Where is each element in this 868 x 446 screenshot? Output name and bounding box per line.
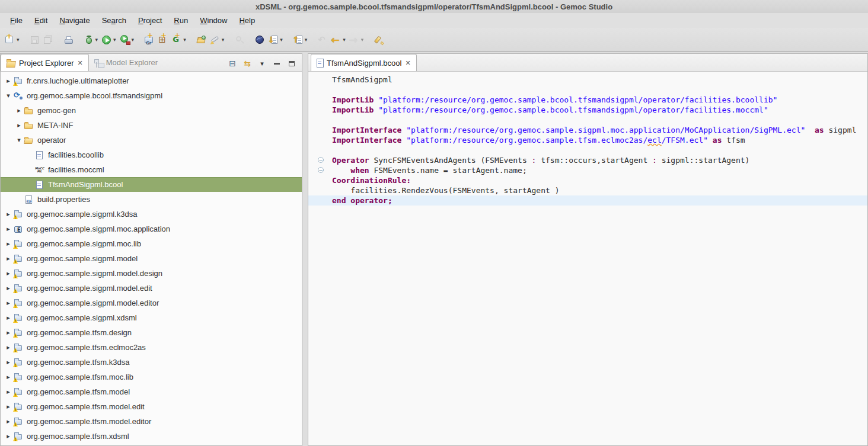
tree-item[interactable]: build.properties (1, 192, 302, 207)
tree-item[interactable]: ▸org.gemoc.sample.tfsm.design (1, 325, 302, 340)
tab-project-explorer[interactable]: Project Explorer✕ (1, 54, 89, 71)
toolbar-forward-button[interactable]: ▾ (348, 33, 366, 47)
dropdown-caret-icon[interactable]: ▾ (183, 37, 186, 43)
fold-collapse-icon[interactable]: − (318, 167, 324, 173)
toolbar-open-web-browser-button[interactable] (253, 33, 266, 47)
dropdown-caret-icon[interactable]: ▾ (17, 37, 20, 43)
collapse-arrow-icon[interactable]: ▾ (15, 136, 23, 144)
toolbar-mark-occurrences-button[interactable]: ▾ (209, 33, 226, 47)
toolbar-save-all-button[interactable] (42, 33, 55, 47)
toolbar-previous-annotation-button[interactable]: ▾ (292, 33, 309, 47)
menu-project[interactable]: Project (133, 14, 167, 27)
tree-item[interactable]: ▸org.gemoc.sample.tfsm.eclmoc2as (1, 340, 302, 355)
dropdown-caret-icon[interactable]: ▾ (361, 37, 364, 43)
collapse-arrow-icon[interactable]: ▾ (4, 92, 12, 100)
tree-item[interactable]: ▸fr.cnrs.luchogie.ultimateplotter (1, 73, 302, 88)
tree-item[interactable]: ▸org.gemoc.sample.sigpml.model.editor (1, 296, 302, 310)
close-icon[interactable]: ✕ (76, 59, 83, 67)
toolbar-save-button[interactable] (28, 33, 42, 47)
expand-arrow-icon[interactable]: ▸ (4, 314, 12, 322)
expand-arrow-icon[interactable]: ▸ (4, 225, 12, 233)
minimize-icon[interactable] (272, 59, 282, 68)
dropdown-caret-icon[interactable]: ▾ (95, 37, 98, 43)
expand-arrow-icon[interactable]: ▸ (4, 329, 12, 336)
link-with-editor-icon[interactable] (242, 59, 253, 68)
maximize-icon[interactable] (286, 59, 297, 68)
tree-item[interactable]: ▾operator (1, 133, 302, 147)
toolbar-back-button[interactable]: ▾ (330, 33, 347, 47)
tree-item[interactable]: ▸org.gemoc.sample.tfsm.model.edit (1, 399, 302, 414)
menu-navigate[interactable]: Navigate (54, 14, 95, 27)
toolbar-run-external-button[interactable]: ▾ (119, 33, 136, 47)
tree-item[interactable]: ▸org.gemoc.sample.tfsm.xdsml (1, 429, 302, 444)
expand-arrow-icon[interactable]: ▸ (4, 240, 12, 248)
tree-item[interactable]: ▸org.gemoc.sample.sigpml.moc.application (1, 222, 302, 236)
tree-item[interactable]: ▸org.gemoc.sample.sigpml.model.design (1, 266, 302, 281)
toolbar-new-button[interactable]: ▾ (4, 33, 21, 47)
expand-arrow-icon[interactable]: ▸ (4, 344, 12, 351)
expand-arrow-icon[interactable]: ▸ (4, 255, 12, 262)
menu-edit[interactable]: Edit (29, 14, 53, 27)
view-menu-icon[interactable] (257, 59, 267, 68)
toolbar-new-diagram-button[interactable] (143, 33, 156, 47)
tree-item[interactable]: ▸META-INF (1, 118, 302, 133)
close-icon[interactable]: ✕ (404, 59, 411, 67)
dropdown-caret-icon[interactable]: ▾ (113, 37, 116, 43)
collapse-all-icon[interactable] (227, 59, 238, 68)
dropdown-caret-icon[interactable]: ▾ (280, 37, 283, 43)
dropdown-caret-icon[interactable]: ▾ (343, 37, 346, 43)
tab-model-explorer[interactable]: Model Explorer (89, 54, 162, 71)
tree-item[interactable]: ▸org.gemoc.sample.sigpml.xdsml (1, 310, 302, 325)
expand-arrow-icon[interactable]: ▸ (4, 299, 12, 307)
expand-arrow-icon[interactable]: ▸ (4, 269, 12, 277)
menu-file[interactable]: File (5, 14, 28, 27)
fold-collapse-icon[interactable]: − (318, 157, 324, 163)
toolbar-run-button[interactable]: ▾ (100, 33, 118, 47)
dropdown-caret-icon[interactable]: ▾ (132, 37, 135, 43)
toolbar-search-button[interactable] (233, 33, 246, 47)
tree-item[interactable]: ▸org.gemoc.sample.tfsm.k3dsa (1, 355, 302, 370)
expand-arrow-icon[interactable]: ▸ (15, 121, 23, 129)
tree-item[interactable]: ▸org.gemoc.sample.sigpml.k3dsa (1, 207, 302, 222)
expand-arrow-icon[interactable]: ▸ (4, 388, 12, 396)
toolbar-last-edit-location-button[interactable] (316, 33, 329, 47)
expand-arrow-icon[interactable]: ▸ (4, 432, 12, 440)
expand-arrow-icon[interactable]: ▸ (15, 107, 23, 114)
tab-editor-tfsmandsigpml[interactable]: TfsmAndSigpml.bcool ✕ (311, 54, 417, 71)
tree-item[interactable]: ▸org.gemoc.sample.tfsm.model.editor (1, 414, 302, 429)
expand-arrow-icon[interactable]: ▸ (4, 403, 12, 410)
toolbar-next-annotation-button[interactable]: ▾ (267, 33, 285, 47)
tree-item[interactable]: facilities.bcoollib (1, 147, 302, 162)
tree-item[interactable]: ▸org.gemoc.sample.sigpml.model (1, 251, 302, 266)
tree-item[interactable]: ▸org.gemoc.sample.tfsm.moc.lib (1, 370, 302, 384)
menu-run[interactable]: Run (168, 14, 193, 27)
panel-sash[interactable] (302, 53, 308, 446)
toolbar-debug-button[interactable]: ▾ (82, 33, 100, 47)
toolbar-open-element-button[interactable] (195, 33, 208, 47)
tree-item[interactable]: ▸org.gemoc.sample.sigpml.moc.lib (1, 236, 302, 251)
toolbar-new-g-button[interactable]: ▾ (170, 33, 188, 47)
toolbar-highlight-button[interactable] (372, 33, 385, 47)
expand-arrow-icon[interactable]: ▸ (4, 284, 12, 292)
dropdown-caret-icon[interactable]: ▾ (222, 37, 225, 43)
expand-arrow-icon[interactable]: ▸ (4, 358, 12, 366)
tree-item[interactable]: TfsmAndSigpml.bcool (1, 177, 302, 192)
menu-search[interactable]: Search (97, 14, 132, 27)
code-editor[interactable]: TfsmAndSigpmlImportLib "platform:/resour… (308, 72, 867, 445)
project-icon (13, 254, 23, 264)
tree-item[interactable]: ▸org.gemoc.sample.sigpml.model.edit (1, 281, 302, 296)
expand-arrow-icon[interactable]: ▸ (4, 373, 12, 381)
tree-item[interactable]: ▸org.gemoc.sample.tfsm.model (1, 384, 302, 399)
toolbar-new-grid-button[interactable] (157, 33, 170, 47)
expand-arrow-icon[interactable]: ▸ (4, 210, 12, 218)
tree-item[interactable]: ▸gemoc-gen (1, 103, 302, 118)
menu-window[interactable]: Window (194, 14, 232, 27)
toolbar-print-button[interactable] (62, 33, 75, 47)
menu-help[interactable]: Help (234, 14, 260, 27)
project-tree[interactable]: ▸fr.cnrs.luchogie.ultimateplotter▾org.ge… (1, 72, 302, 445)
expand-arrow-icon[interactable]: ▸ (4, 77, 12, 85)
tree-item[interactable]: ▾org.gemoc.sample.bcool.tfsmandsigpml (1, 88, 302, 103)
dropdown-caret-icon[interactable]: ▾ (305, 37, 308, 43)
tree-item[interactable]: MoCCMLfacilities.moccml (1, 162, 302, 177)
expand-arrow-icon[interactable]: ▸ (4, 418, 12, 425)
